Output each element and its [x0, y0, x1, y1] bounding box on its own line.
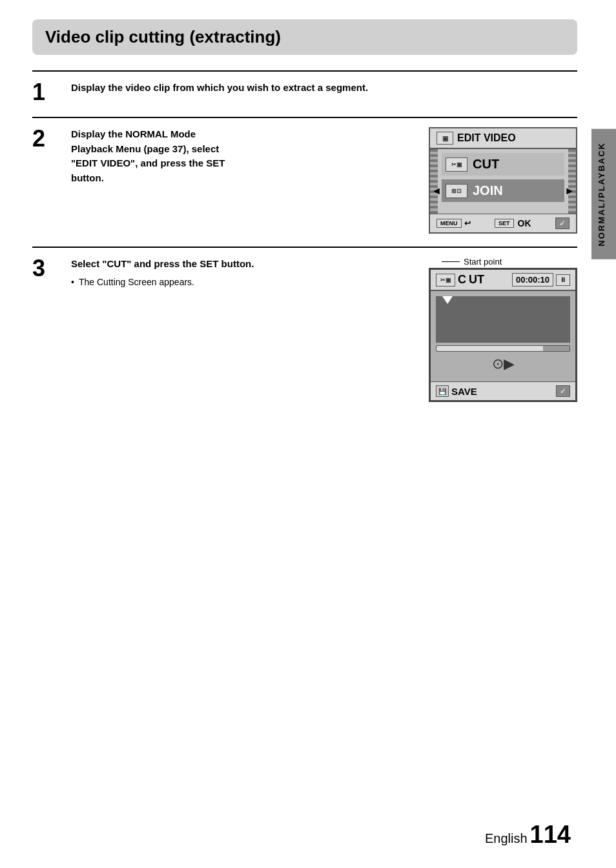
step-3-main-text: Select "CUT" and press the SET button.	[71, 257, 400, 272]
left-grid-stripe	[430, 149, 438, 214]
menu-btn-label: MENU	[436, 219, 462, 228]
join-menu-item: ⊞⊡ JOIN ◄ ►	[442, 179, 564, 202]
cutting-header: ✂▣ C UT 00:00:10 ⏸	[431, 270, 575, 291]
screen-footer: MENU ↩ SET OK ✓	[430, 214, 576, 232]
controls-row: ⊙▶	[436, 352, 570, 376]
ok-label: OK	[518, 218, 531, 228]
cut-menu-icon: ✂▣	[446, 157, 467, 172]
start-point-label: Start point	[464, 257, 502, 267]
step-3-content: Select "CUT" and press the SET button. T…	[71, 257, 577, 402]
edit-video-screen-wrapper: ▣ EDIT VIDEO ✂▣ CUT	[429, 127, 577, 234]
page-number-row: English 114	[485, 821, 571, 849]
cutting-screen: ✂▣ C UT 00:00:10 ⏸	[429, 268, 577, 402]
page-container: Video clip cutting (extracting) 1 Displa…	[0, 0, 616, 868]
menu-back-icon: ↩	[464, 219, 471, 228]
page-title: Video clip cutting (extracting)	[45, 27, 281, 46]
cut-label: C	[458, 273, 466, 287]
save-label: SAVE	[451, 386, 477, 397]
english-label: English	[485, 831, 528, 846]
edit-video-header-title: EDIT VIDEO	[457, 132, 516, 144]
title-box: Video clip cutting (extracting)	[32, 19, 577, 55]
join-arrow-right: ►	[564, 185, 575, 197]
set-ok-footer-btn: SET OK	[495, 218, 531, 228]
playhead	[442, 296, 453, 304]
step-3-text-block: Select "CUT" and press the SET button. T…	[71, 257, 400, 289]
edit-video-header-icon: ▣	[436, 132, 453, 145]
start-point-callout: Start point	[442, 257, 577, 267]
pause-button[interactable]: ⏸	[556, 274, 570, 286]
step-1-content: Display the video clip from which you wi…	[71, 81, 577, 96]
step-2-row: 2 Display the NORMAL Mode Playback Menu …	[32, 117, 577, 234]
play-icon[interactable]: ⊙▶	[492, 356, 515, 372]
timeline-fill	[436, 346, 543, 351]
cutting-cut-icon: ✂▣	[436, 274, 455, 287]
step-1-text-block: Display the video clip from which you wi…	[71, 81, 577, 96]
video-preview	[436, 296, 570, 343]
step-2-number: 2	[32, 127, 65, 150]
cut-menu-item: ✂▣ CUT	[442, 153, 564, 176]
cutting-footer: 💾 SAVE ✓	[431, 381, 575, 400]
step-1-main-text: Display the video clip from which you wi…	[71, 81, 577, 96]
cutting-body: ⊙▶	[431, 291, 575, 381]
cut-menu-label: CUT	[473, 157, 499, 172]
sidebar-label: NORMAL/PLAYBACK	[591, 129, 616, 259]
timeline-bar	[436, 345, 570, 352]
cutting-screen-wrapper: Start point ✂▣ C UT 00:00:10 ⏸	[429, 257, 577, 402]
cutting-corner-check: ✓	[560, 387, 566, 396]
step-3-row: 3 Select "CUT" and press the SET button.…	[32, 247, 577, 402]
save-icon: 💾	[436, 385, 449, 397]
step-2-main-text: Display the NORMAL Mode Playback Menu (p…	[71, 127, 400, 185]
page-number: 114	[530, 821, 571, 849]
screen-body-row: ✂▣ CUT ⊞⊡ JOIN ◄ ►	[430, 149, 576, 214]
join-arrow-left: ◄	[431, 185, 442, 197]
set-btn-label: SET	[495, 219, 514, 228]
start-point-line	[442, 261, 460, 262]
cutting-header-right: 00:00:10 ⏸	[512, 273, 570, 287]
menu-footer-btn: MENU ↩	[436, 219, 471, 228]
join-menu-icon: ⊞⊡	[446, 184, 467, 198]
step-3-bullet: The Cutting Screen appears.	[71, 276, 400, 289]
join-menu-label: JOIN	[473, 183, 503, 198]
edit-video-screen: ▣ EDIT VIDEO ✂▣ CUT	[429, 127, 577, 234]
step-2-text-block: Display the NORMAL Mode Playback Menu (p…	[71, 127, 400, 185]
right-grid-stripe	[568, 149, 576, 214]
step-3-number: 3	[32, 257, 65, 280]
screen-header: ▣ EDIT VIDEO	[430, 128, 576, 149]
step-1-row: 1 Display the video clip from which you …	[32, 70, 577, 104]
step-1-number: 1	[32, 81, 65, 104]
cut-label-text: UT	[469, 273, 484, 287]
cutting-corner-badge: ✓	[556, 385, 570, 397]
screen-corner-badge: ✓	[555, 217, 570, 229]
screen-center: ✂▣ CUT ⊞⊡ JOIN ◄ ►	[438, 149, 568, 214]
save-button-area: 💾 SAVE	[436, 385, 477, 397]
corner-check-icon: ✓	[559, 219, 566, 228]
time-display: 00:00:10	[512, 273, 553, 287]
step-2-content: Display the NORMAL Mode Playback Menu (p…	[71, 127, 577, 234]
cutting-header-left: ✂▣ C UT	[436, 273, 484, 287]
